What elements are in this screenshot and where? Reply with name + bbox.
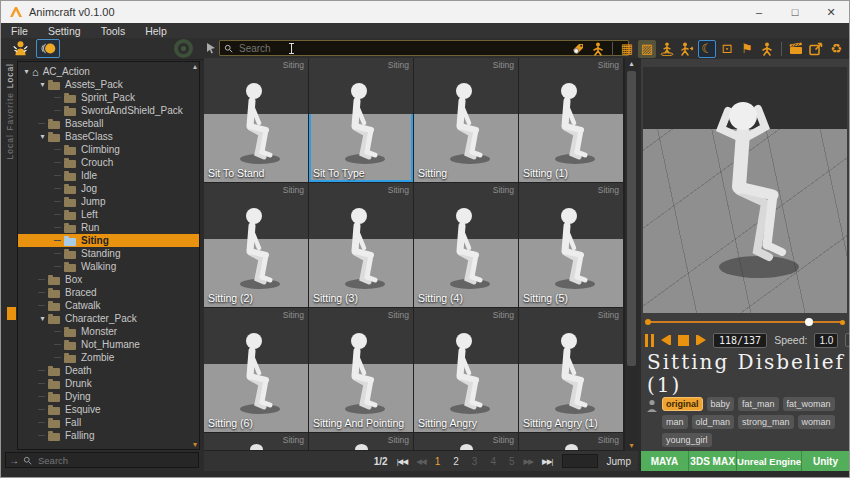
- tree-item-falling[interactable]: Falling: [18, 429, 199, 442]
- pattern-grid-icon[interactable]: ▨: [638, 40, 656, 58]
- speed-value[interactable]: 1.0: [814, 333, 838, 348]
- tree-scroll-down-icon[interactable]: ▾: [193, 440, 197, 449]
- engine-maya[interactable]: MAYA: [641, 451, 689, 471]
- tag-woman[interactable]: woman: [798, 415, 835, 429]
- last-page-button[interactable]: ▶▶|: [542, 457, 552, 466]
- tree-item-box[interactable]: Box: [18, 273, 199, 286]
- menu-file[interactable]: File: [1, 25, 38, 37]
- animation-tile-partial[interactable]: Siting: [204, 433, 308, 450]
- scroll-down-icon[interactable]: ▾: [625, 441, 638, 450]
- tree-item-monster[interactable]: Monster: [18, 325, 199, 338]
- asset-tag-icon[interactable]: [569, 40, 587, 58]
- expand-arrow-icon[interactable]: ▾: [38, 314, 47, 323]
- tree-item-baseclass[interactable]: ▾BaseClass: [18, 130, 199, 143]
- tree-item-ac_action[interactable]: ▾⌂AC_Action: [18, 65, 199, 78]
- close-button[interactable]: ✕: [813, 1, 849, 23]
- tag-fat_man[interactable]: fat_man: [738, 397, 779, 411]
- menu-tools[interactable]: Tools: [91, 25, 136, 37]
- speed-spinner[interactable]: ▲▼: [845, 333, 850, 347]
- timeline-scrubber[interactable]: [645, 317, 845, 327]
- page-1[interactable]: 1: [435, 456, 441, 467]
- step-forward-button[interactable]: [696, 335, 706, 345]
- engine-3ds-max[interactable]: 3DS MAX: [689, 451, 737, 471]
- tag-young_girl[interactable]: young_girl: [662, 433, 712, 447]
- turntable-icon[interactable]: [658, 40, 676, 58]
- flag-icon[interactable]: ⚑: [738, 40, 756, 58]
- playhead[interactable]: [805, 318, 813, 326]
- animation-tile-partial[interactable]: Siting: [309, 433, 413, 450]
- skeleton-icon[interactable]: [589, 40, 607, 58]
- animation-tile-partial[interactable]: Siting: [414, 433, 518, 450]
- animation-tile[interactable]: SitingSitting And Pointing: [309, 308, 413, 432]
- tree-item-death[interactable]: Death: [18, 364, 199, 377]
- tree-item-siting[interactable]: Siting: [18, 234, 199, 247]
- tree-item-climbing[interactable]: Climbing: [18, 143, 199, 156]
- preview-viewport[interactable]: [643, 67, 847, 313]
- export-icon[interactable]: [807, 40, 825, 58]
- tree-item-swordandshield_pack[interactable]: SwordAndShield_Pack: [18, 104, 199, 117]
- animation-tile[interactable]: SitingSitting (5): [519, 183, 623, 307]
- tree-item-sprint_pack[interactable]: Sprint_Pack: [18, 91, 199, 104]
- tree-item-idle[interactable]: Idle: [18, 169, 199, 182]
- expand-arrow-icon[interactable]: ▾: [38, 132, 47, 141]
- character-library-button[interactable]: [8, 39, 32, 58]
- arrow-right-icon[interactable]: →: [9, 455, 19, 466]
- menu-setting[interactable]: Setting: [38, 25, 91, 37]
- step-back-button[interactable]: [661, 335, 671, 345]
- tree-item-esquive[interactable]: Esquive: [18, 403, 199, 416]
- tree-item-assets_pack[interactable]: ▾Assets_Pack: [18, 78, 199, 91]
- page-4[interactable]: 4: [490, 456, 496, 467]
- tag-fat_woman[interactable]: fat_woman: [783, 397, 835, 411]
- tree-item-fall[interactable]: Fall: [18, 416, 199, 429]
- animation-tile[interactable]: SitingSitting (1): [519, 58, 623, 182]
- main-search-input[interactable]: [237, 42, 624, 55]
- tree-item-baseball[interactable]: Baseball: [18, 117, 199, 130]
- minimize-button[interactable]: –: [741, 1, 777, 23]
- grid-icon[interactable]: ▦: [618, 40, 636, 58]
- engine-unity[interactable]: Unity: [802, 451, 849, 471]
- engine-unreal-engine[interactable]: Unreal Engine: [737, 451, 802, 471]
- tree-scroll-up-icon[interactable]: ▴: [193, 62, 197, 71]
- moon-icon[interactable]: ☾: [698, 40, 716, 58]
- tree-item-character_pack[interactable]: ▾Character_Pack: [18, 312, 199, 325]
- page-3[interactable]: 3: [472, 456, 478, 467]
- grid-scrollbar[interactable]: ▴ ▾: [625, 58, 638, 451]
- animation-tile[interactable]: SitingSitting (4): [414, 183, 518, 307]
- maximize-button[interactable]: □: [777, 1, 813, 23]
- animation-tile[interactable]: SitingSit To Type: [309, 58, 413, 182]
- tree-item-catwalk[interactable]: Catwalk: [18, 299, 199, 312]
- recycle-icon[interactable]: ♻: [827, 40, 845, 58]
- tree-search-input[interactable]: [36, 454, 195, 467]
- animation-tile-partial[interactable]: Siting: [519, 433, 623, 450]
- tab-local-favorite[interactable]: Local Favorite: [5, 92, 15, 159]
- tree-item-crouch[interactable]: Crouch: [18, 156, 199, 169]
- first-page-button[interactable]: |◀◀: [397, 457, 407, 466]
- tree-item-dying[interactable]: Dying: [18, 390, 199, 403]
- page-2[interactable]: 2: [453, 456, 459, 467]
- clapperboard-icon[interactable]: [787, 40, 805, 58]
- animation-tile[interactable]: SitingSitting: [414, 58, 518, 182]
- tag-baby[interactable]: baby: [707, 397, 735, 411]
- tree-item-drunk[interactable]: Drunk: [18, 377, 199, 390]
- animation-tile[interactable]: SitingSitting (6): [204, 308, 308, 432]
- pose-icon[interactable]: [758, 40, 776, 58]
- tab-local[interactable]: Local: [5, 63, 15, 88]
- camera-focus-icon[interactable]: ⊡: [718, 40, 736, 58]
- tag-old_man[interactable]: old_man: [692, 415, 735, 429]
- tag-strong_man[interactable]: strong_man: [738, 415, 794, 429]
- pause-button[interactable]: [645, 334, 654, 347]
- tree-item-jog[interactable]: Jog: [18, 182, 199, 195]
- scroll-up-icon[interactable]: ▴: [625, 59, 638, 68]
- tree-item-run[interactable]: Run: [18, 221, 199, 234]
- jump-page-input[interactable]: [562, 454, 598, 468]
- expand-arrow-icon[interactable]: ▾: [22, 67, 31, 76]
- tree-item-standing[interactable]: Standing: [18, 247, 199, 260]
- tree-item-braced[interactable]: Braced: [18, 286, 199, 299]
- animation-tile[interactable]: SitingSitting Angry: [414, 308, 518, 432]
- menu-help[interactable]: Help: [135, 25, 177, 37]
- animation-tile[interactable]: SitingSitting (3): [309, 183, 413, 307]
- scrollbar-thumb[interactable]: [627, 71, 636, 366]
- expand-arrow-icon[interactable]: ▾: [38, 80, 47, 89]
- prev-page-button[interactable]: ◀◀: [416, 457, 426, 466]
- tag-man[interactable]: man: [662, 415, 688, 429]
